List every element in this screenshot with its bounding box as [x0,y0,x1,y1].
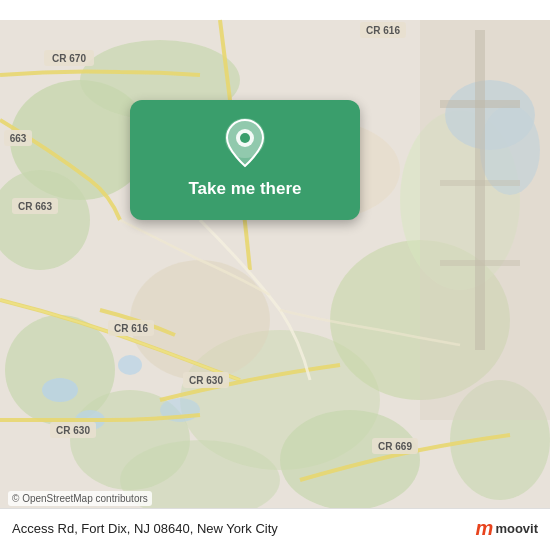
osm-credit: © OpenStreetMap contributors [8,491,152,506]
moovit-text: moovit [495,521,538,536]
map-svg: CR 616 CR 670 663 CR 663 CR 616 CR 630 C… [0,0,550,550]
address-text: Access Rd, Fort Dix, NJ 08640, New York … [12,521,278,536]
svg-rect-21 [475,30,485,350]
svg-point-11 [5,315,115,425]
svg-rect-22 [440,100,520,108]
svg-text:CR 663: CR 663 [18,201,52,212]
svg-text:CR 670: CR 670 [52,53,86,64]
svg-text:663: 663 [10,133,27,144]
bottom-bar: Access Rd, Fort Dix, NJ 08640, New York … [0,508,550,550]
popup-label: Take me there [188,178,301,200]
moovit-m-icon: m [476,517,494,540]
take-me-there-button[interactable]: Take me there [130,100,360,220]
svg-text:CR 630: CR 630 [189,375,223,386]
svg-point-43 [240,133,250,143]
svg-point-19 [118,355,142,375]
map-container: CR 616 CR 670 663 CR 663 CR 616 CR 630 C… [0,0,550,550]
svg-point-16 [42,378,78,402]
moovit-logo: m moovit [476,517,538,540]
location-pin-icon [223,118,267,168]
svg-text:CR 616: CR 616 [366,25,400,36]
svg-text:CR 669: CR 669 [378,441,412,452]
svg-text:CR 630: CR 630 [56,425,90,436]
svg-rect-24 [440,260,520,266]
svg-text:CR 616: CR 616 [114,323,148,334]
svg-point-7 [280,410,420,510]
osm-credit-text: © OpenStreetMap contributors [12,493,148,504]
svg-rect-23 [440,180,520,186]
